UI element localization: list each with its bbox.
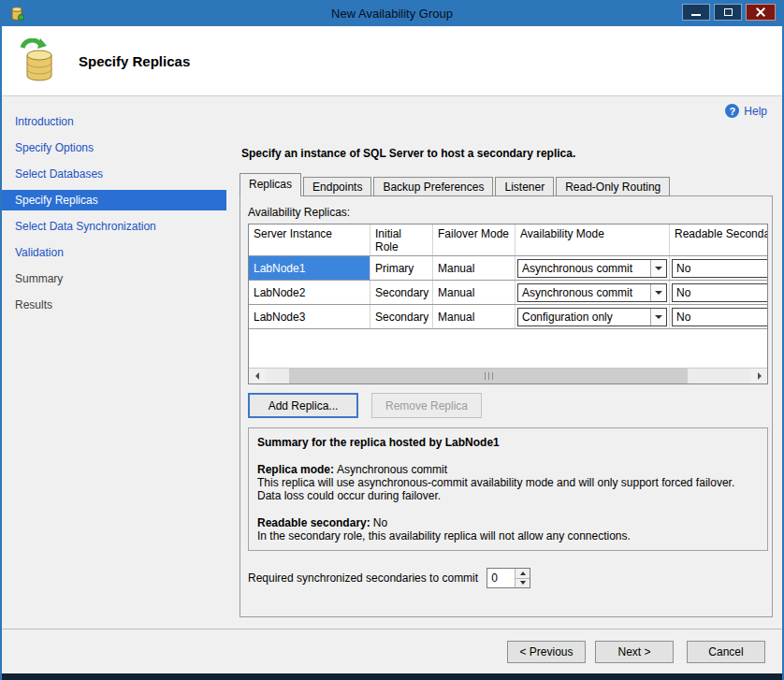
cell-failover-mode[interactable]: Manual [433,256,515,280]
cell-availability-mode: Asynchronous commit [515,256,670,280]
wizard-footer: < Previous Next > Cancel [2,629,782,673]
minimize-button[interactable] [682,4,710,21]
replicas-grid-inner: Server Instance Initial Role Failover Mo… [249,224,768,368]
database-refresh-icon [17,38,60,83]
maximize-icon [724,8,733,16]
quorum-input[interactable] [487,569,515,587]
readable-secondary-value: No [373,516,387,529]
table-row[interactable]: LabNode3 Secondary Manual Configuration … [249,305,768,329]
cell-server-instance[interactable]: LabNode3 [249,305,370,328]
cell-failover-mode[interactable]: Manual [433,305,515,328]
maximize-button[interactable] [714,4,742,21]
chevron-down-icon[interactable] [650,309,666,326]
readable-secondary-label: Readable secondary: [257,516,370,529]
sidebar-item-validation[interactable]: Validation [2,242,226,263]
horizontal-scrollbar[interactable] [249,368,767,383]
minimize-icon [691,14,701,16]
column-header-availability-mode[interactable]: Availability Mode [515,224,670,255]
availability-mode-dropdown[interactable]: Configuration only [517,308,667,326]
cell-server-instance[interactable]: LabNode2 [249,281,370,304]
sidebar-item-summary: Summary [2,268,226,289]
new-availability-group-window: New Availability Group Specify Replicas … [0,0,784,680]
wizard-content: ? Help Specify an instance of SQL Server… [226,96,784,629]
replica-mode-label: Replica mode: [257,463,334,476]
tab-endpoints[interactable]: Endpoints [303,177,371,196]
sidebar-item-select-data-synchronization[interactable]: Select Data Synchronization [2,216,226,237]
column-header-failover-mode[interactable]: Failover Mode [433,224,515,255]
readable-secondary-dropdown[interactable]: No [672,308,768,326]
sidebar-item-specify-options[interactable]: Specify Options [2,137,226,158]
wizard-body: Introduction Specify Options Select Data… [2,96,782,629]
cancel-button[interactable]: Cancel [687,641,765,663]
cell-initial-role[interactable]: Secondary [370,305,433,328]
cell-availability-mode: Asynchronous commit [515,281,670,304]
page-title: Specify Replicas [79,53,190,69]
table-row[interactable]: LabNode2 Secondary Manual Asynchronous c… [249,281,768,305]
sidebar-item-specify-replicas[interactable]: Specify Replicas [2,190,226,210]
availability-replicas-label: Availability Replicas: [248,206,766,219]
replicas-tab-panel: Availability Replicas: Server Instance I… [240,195,773,617]
sidebar-item-introduction[interactable]: Introduction [2,111,226,132]
column-header-readable-secondary[interactable]: Readable Secondary [670,224,768,255]
tab-read-only-routing[interactable]: Read-Only Routing [556,177,670,196]
replica-mode-description: This replica will use asynchronous-commi… [257,476,759,502]
sidebar-item-select-databases[interactable]: Select Databases [2,164,226,184]
tab-replicas[interactable]: Replicas [240,173,301,196]
replica-buttons-row: Add Replica... Remove Replica [248,393,766,418]
cell-failover-mode[interactable]: Manual [433,281,515,304]
close-button[interactable] [746,4,776,21]
table-row[interactable]: LabNode1 Primary Manual Asynchronous com… [249,256,768,281]
cell-initial-role[interactable]: Secondary [370,281,433,304]
quorum-spinner [486,568,530,588]
spin-down-icon[interactable] [515,579,530,588]
titlebar[interactable]: New Availability Group [2,0,782,26]
quorum-row: Required synchronized secondaries to com… [248,568,766,588]
tab-strip: Replicas Endpoints Backup Preferences Li… [238,173,773,196]
wizard-header: Specify Replicas [2,26,782,96]
help-link[interactable]: ? Help [725,104,767,118]
sidebar-item-results: Results [2,295,226,315]
readable-secondary-dropdown[interactable]: No [672,283,768,302]
readable-secondary-description: In the secondary role, this availability… [257,529,759,543]
tab-backup-preferences[interactable]: Backup Preferences [373,177,493,196]
replica-summary-box: Summary for the replica hosted by LabNod… [248,427,768,551]
wizard-steps-sidebar: Introduction Specify Options Select Data… [2,96,226,629]
help-icon: ? [725,104,739,118]
readable-secondary-dropdown[interactable]: No [672,259,768,278]
quorum-label: Required synchronized secondaries to com… [248,571,478,585]
cell-readable-secondary: No [670,256,768,280]
spin-up-icon[interactable] [515,569,530,579]
scroll-right-icon[interactable] [751,369,767,383]
instruction-text: Specify an instance of SQL Server to hos… [241,147,773,160]
summary-title: Summary for the replica hosted by LabNod… [257,436,759,449]
chevron-down-icon[interactable] [650,284,666,301]
grid-header-row: Server Instance Initial Role Failover Mo… [249,224,768,256]
cell-readable-secondary: No [670,281,768,304]
scroll-left-icon[interactable] [249,369,265,383]
replicas-grid: Server Instance Initial Role Failover Mo… [248,224,768,384]
replica-mode-value: Asynchronous commit [337,463,447,476]
next-button[interactable]: Next > [595,641,674,663]
cell-availability-mode: Configuration only [515,305,670,328]
availability-mode-dropdown[interactable]: Asynchronous commit [517,283,667,302]
previous-button[interactable]: < Previous [507,641,586,663]
chevron-down-icon[interactable] [650,260,666,277]
column-header-initial-role[interactable]: Initial Role [370,224,433,255]
window-controls [682,4,776,21]
column-header-server-instance[interactable]: Server Instance [249,224,370,255]
scrollbar-thumb[interactable] [289,369,688,383]
cell-readable-secondary: No [670,305,768,328]
scrollbar-track[interactable] [265,369,751,383]
cell-initial-role[interactable]: Primary [370,256,433,280]
cell-server-instance[interactable]: LabNode1 [249,256,370,280]
remove-replica-button[interactable]: Remove Replica [371,393,482,418]
window-title: New Availability Group [2,7,782,21]
tab-listener[interactable]: Listener [495,177,554,196]
help-label: Help [744,105,767,118]
close-icon [755,7,766,18]
window-bottom-edge [2,673,782,680]
availability-mode-dropdown[interactable]: Asynchronous commit [517,259,667,278]
add-replica-button[interactable]: Add Replica... [248,393,358,418]
